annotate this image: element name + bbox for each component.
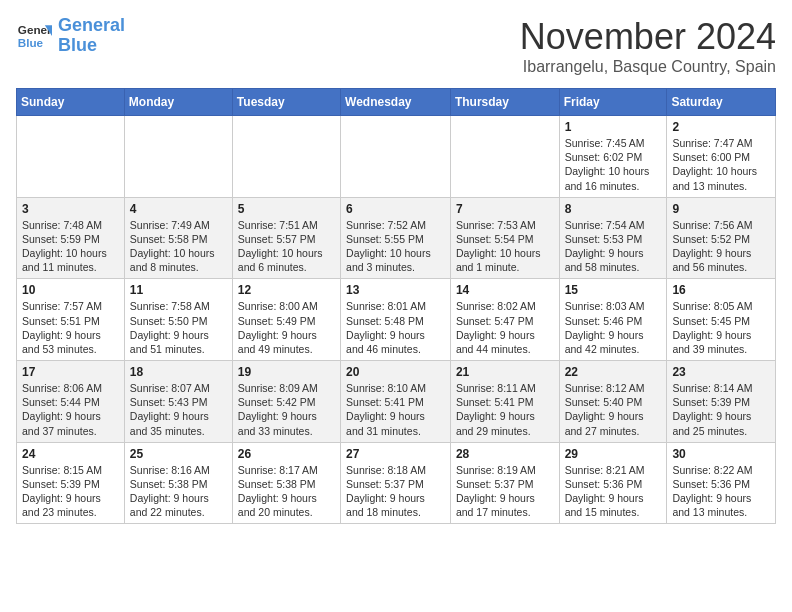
day-number: 13 [346, 283, 445, 297]
day-number: 1 [565, 120, 662, 134]
calendar-cell: 23Sunrise: 8:14 AM Sunset: 5:39 PM Dayli… [667, 361, 776, 443]
day-info: Sunrise: 8:17 AM Sunset: 5:38 PM Dayligh… [238, 463, 335, 520]
calendar-cell: 17Sunrise: 8:06 AM Sunset: 5:44 PM Dayli… [17, 361, 125, 443]
logo-icon: General Blue [16, 18, 52, 54]
day-number: 21 [456, 365, 554, 379]
calendar-cell [232, 116, 340, 198]
day-of-week-header: SundayMondayTuesdayWednesdayThursdayFrid… [17, 89, 776, 116]
week-row-2: 3Sunrise: 7:48 AM Sunset: 5:59 PM Daylig… [17, 197, 776, 279]
day-number: 2 [672, 120, 770, 134]
calendar-cell: 9Sunrise: 7:56 AM Sunset: 5:52 PM Daylig… [667, 197, 776, 279]
day-of-week-thursday: Thursday [450, 89, 559, 116]
calendar-cell: 26Sunrise: 8:17 AM Sunset: 5:38 PM Dayli… [232, 442, 340, 524]
day-of-week-sunday: Sunday [17, 89, 125, 116]
day-info: Sunrise: 7:48 AM Sunset: 5:59 PM Dayligh… [22, 218, 119, 275]
day-info: Sunrise: 8:05 AM Sunset: 5:45 PM Dayligh… [672, 299, 770, 356]
day-info: Sunrise: 8:21 AM Sunset: 5:36 PM Dayligh… [565, 463, 662, 520]
day-of-week-friday: Friday [559, 89, 667, 116]
calendar-cell: 4Sunrise: 7:49 AM Sunset: 5:58 PM Daylig… [124, 197, 232, 279]
day-number: 26 [238, 447, 335, 461]
day-info: Sunrise: 8:01 AM Sunset: 5:48 PM Dayligh… [346, 299, 445, 356]
day-info: Sunrise: 7:54 AM Sunset: 5:53 PM Dayligh… [565, 218, 662, 275]
calendar-cell [17, 116, 125, 198]
day-info: Sunrise: 8:11 AM Sunset: 5:41 PM Dayligh… [456, 381, 554, 438]
calendar-body: 1Sunrise: 7:45 AM Sunset: 6:02 PM Daylig… [17, 116, 776, 524]
logo-text: GeneralBlue [58, 16, 125, 56]
day-info: Sunrise: 7:45 AM Sunset: 6:02 PM Dayligh… [565, 136, 662, 193]
day-info: Sunrise: 7:56 AM Sunset: 5:52 PM Dayligh… [672, 218, 770, 275]
week-row-1: 1Sunrise: 7:45 AM Sunset: 6:02 PM Daylig… [17, 116, 776, 198]
day-number: 16 [672, 283, 770, 297]
day-info: Sunrise: 8:16 AM Sunset: 5:38 PM Dayligh… [130, 463, 227, 520]
day-info: Sunrise: 7:49 AM Sunset: 5:58 PM Dayligh… [130, 218, 227, 275]
day-number: 9 [672, 202, 770, 216]
day-info: Sunrise: 8:15 AM Sunset: 5:39 PM Dayligh… [22, 463, 119, 520]
day-number: 4 [130, 202, 227, 216]
month-title: November 2024 [520, 16, 776, 58]
calendar-cell: 14Sunrise: 8:02 AM Sunset: 5:47 PM Dayli… [450, 279, 559, 361]
day-number: 11 [130, 283, 227, 297]
calendar-cell: 13Sunrise: 8:01 AM Sunset: 5:48 PM Dayli… [341, 279, 451, 361]
calendar-cell: 5Sunrise: 7:51 AM Sunset: 5:57 PM Daylig… [232, 197, 340, 279]
week-row-4: 17Sunrise: 8:06 AM Sunset: 5:44 PM Dayli… [17, 361, 776, 443]
calendar-cell [450, 116, 559, 198]
week-row-5: 24Sunrise: 8:15 AM Sunset: 5:39 PM Dayli… [17, 442, 776, 524]
day-number: 22 [565, 365, 662, 379]
day-info: Sunrise: 8:06 AM Sunset: 5:44 PM Dayligh… [22, 381, 119, 438]
calendar-cell: 18Sunrise: 8:07 AM Sunset: 5:43 PM Dayli… [124, 361, 232, 443]
calendar-cell: 16Sunrise: 8:05 AM Sunset: 5:45 PM Dayli… [667, 279, 776, 361]
day-info: Sunrise: 8:07 AM Sunset: 5:43 PM Dayligh… [130, 381, 227, 438]
day-number: 6 [346, 202, 445, 216]
day-of-week-monday: Monday [124, 89, 232, 116]
calendar-cell: 20Sunrise: 8:10 AM Sunset: 5:41 PM Dayli… [341, 361, 451, 443]
calendar-table: SundayMondayTuesdayWednesdayThursdayFrid… [16, 88, 776, 524]
logo: General Blue GeneralBlue [16, 16, 125, 56]
day-number: 15 [565, 283, 662, 297]
day-info: Sunrise: 7:47 AM Sunset: 6:00 PM Dayligh… [672, 136, 770, 193]
calendar-cell: 12Sunrise: 8:00 AM Sunset: 5:49 PM Dayli… [232, 279, 340, 361]
day-number: 12 [238, 283, 335, 297]
day-number: 17 [22, 365, 119, 379]
day-of-week-tuesday: Tuesday [232, 89, 340, 116]
day-info: Sunrise: 8:09 AM Sunset: 5:42 PM Dayligh… [238, 381, 335, 438]
day-info: Sunrise: 8:00 AM Sunset: 5:49 PM Dayligh… [238, 299, 335, 356]
day-number: 24 [22, 447, 119, 461]
day-info: Sunrise: 8:02 AM Sunset: 5:47 PM Dayligh… [456, 299, 554, 356]
day-number: 3 [22, 202, 119, 216]
day-info: Sunrise: 8:18 AM Sunset: 5:37 PM Dayligh… [346, 463, 445, 520]
day-number: 30 [672, 447, 770, 461]
calendar-cell: 6Sunrise: 7:52 AM Sunset: 5:55 PM Daylig… [341, 197, 451, 279]
location-title: Ibarrangelu, Basque Country, Spain [520, 58, 776, 76]
day-number: 27 [346, 447, 445, 461]
calendar-cell: 27Sunrise: 8:18 AM Sunset: 5:37 PM Dayli… [341, 442, 451, 524]
calendar-cell: 10Sunrise: 7:57 AM Sunset: 5:51 PM Dayli… [17, 279, 125, 361]
day-number: 20 [346, 365, 445, 379]
day-number: 19 [238, 365, 335, 379]
day-number: 29 [565, 447, 662, 461]
day-number: 10 [22, 283, 119, 297]
day-info: Sunrise: 7:51 AM Sunset: 5:57 PM Dayligh… [238, 218, 335, 275]
day-info: Sunrise: 8:10 AM Sunset: 5:41 PM Dayligh… [346, 381, 445, 438]
calendar-cell: 7Sunrise: 7:53 AM Sunset: 5:54 PM Daylig… [450, 197, 559, 279]
calendar-cell: 25Sunrise: 8:16 AM Sunset: 5:38 PM Dayli… [124, 442, 232, 524]
calendar-cell: 24Sunrise: 8:15 AM Sunset: 5:39 PM Dayli… [17, 442, 125, 524]
day-info: Sunrise: 7:58 AM Sunset: 5:50 PM Dayligh… [130, 299, 227, 356]
svg-text:General: General [18, 23, 52, 36]
week-row-3: 10Sunrise: 7:57 AM Sunset: 5:51 PM Dayli… [17, 279, 776, 361]
calendar-cell: 2Sunrise: 7:47 AM Sunset: 6:00 PM Daylig… [667, 116, 776, 198]
day-info: Sunrise: 8:12 AM Sunset: 5:40 PM Dayligh… [565, 381, 662, 438]
day-number: 23 [672, 365, 770, 379]
day-info: Sunrise: 7:53 AM Sunset: 5:54 PM Dayligh… [456, 218, 554, 275]
calendar-cell: 3Sunrise: 7:48 AM Sunset: 5:59 PM Daylig… [17, 197, 125, 279]
calendar-cell: 30Sunrise: 8:22 AM Sunset: 5:36 PM Dayli… [667, 442, 776, 524]
day-info: Sunrise: 8:03 AM Sunset: 5:46 PM Dayligh… [565, 299, 662, 356]
day-info: Sunrise: 8:19 AM Sunset: 5:37 PM Dayligh… [456, 463, 554, 520]
calendar-cell: 22Sunrise: 8:12 AM Sunset: 5:40 PM Dayli… [559, 361, 667, 443]
day-info: Sunrise: 8:14 AM Sunset: 5:39 PM Dayligh… [672, 381, 770, 438]
calendar-cell: 21Sunrise: 8:11 AM Sunset: 5:41 PM Dayli… [450, 361, 559, 443]
day-of-week-saturday: Saturday [667, 89, 776, 116]
calendar-cell: 19Sunrise: 8:09 AM Sunset: 5:42 PM Dayli… [232, 361, 340, 443]
calendar-cell: 15Sunrise: 8:03 AM Sunset: 5:46 PM Dayli… [559, 279, 667, 361]
calendar-cell: 8Sunrise: 7:54 AM Sunset: 5:53 PM Daylig… [559, 197, 667, 279]
day-number: 28 [456, 447, 554, 461]
